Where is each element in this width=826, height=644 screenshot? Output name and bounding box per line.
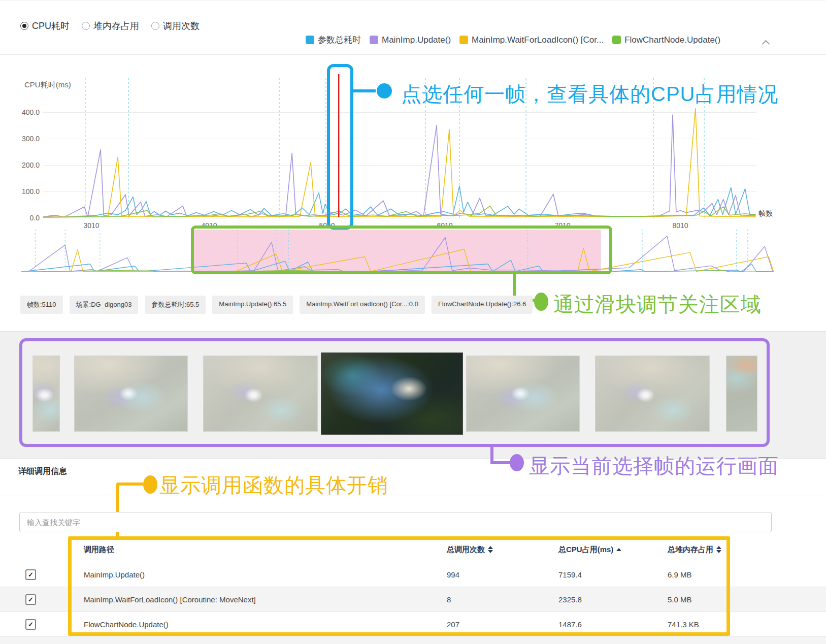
radio-circle-icon <box>151 22 159 30</box>
svg-text:100.0: 100.0 <box>22 187 40 196</box>
frame-info-badges: 帧数:5110 场景:DG_digong03 参数总耗时:65.5 MainIm… <box>20 296 533 314</box>
call-path-cell[interactable]: FlowChartNode.Update() <box>84 612 169 636</box>
annotation-connector <box>117 482 143 486</box>
svg-text:CPU耗时(ms): CPU耗时(ms) <box>24 80 71 89</box>
badge-flowchartnode: FlowChartNode.Update():26.6 <box>432 296 533 314</box>
annotation-dot <box>534 293 548 311</box>
call-path-cell[interactable]: MainImp.WaitForLoadIcon() [Coroutine: Mo… <box>84 587 256 611</box>
annotation-dot <box>377 83 392 99</box>
badge-scene: 场景:DG_digong03 <box>70 296 139 314</box>
call-path-cell[interactable]: MainImp.Update() <box>84 562 145 587</box>
annotation-dot <box>143 475 157 494</box>
selected-frame-highlight-box <box>327 64 353 230</box>
legend-item-total[interactable]: 参数总耗时 <box>306 34 361 46</box>
metric-radio-group: CPU耗时 堆内存占用 调用次数 <box>20 20 200 32</box>
legend-label: MainImp.Update() <box>382 35 451 45</box>
column-header-call-path[interactable]: 调用路径 <box>84 537 114 562</box>
row-checkbox[interactable]: ✓ <box>25 569 36 580</box>
badge-mainimp-update: MainImp.Update():65.5 <box>212 296 293 314</box>
column-header-total-cpu[interactable]: 总CPU占用(ms) <box>558 537 621 562</box>
legend-label: MainImp.WaitForLoadIcon() [Cor... <box>472 35 604 45</box>
cpu-cell: 2325.8 <box>558 587 582 611</box>
annotation-call-cost: 显示调用函数的具体开销 <box>159 471 388 499</box>
memory-cell: 6.9 MB <box>668 562 692 587</box>
cpu-cell: 1487.6 <box>558 612 582 636</box>
annotation-connector <box>490 461 511 464</box>
divider <box>0 496 826 496</box>
top-bar: CPU耗时 堆内存占用 调用次数 参数总耗时 MainImp.Update() <box>0 0 826 55</box>
legend-label: 参数总耗时 <box>318 34 361 46</box>
table-row-clipped: ✓ <box>0 636 826 644</box>
radio-circle-icon <box>20 22 28 30</box>
table-header-row: 调用路径 总调用次数 总CPU占用(ms) 总堆内存占用 <box>0 537 826 562</box>
column-header-total-calls[interactable]: 总调用次数 <box>447 537 493 562</box>
row-checkbox[interactable]: ✓ <box>25 594 36 605</box>
sort-icon[interactable] <box>716 546 721 553</box>
annotation-connector <box>352 89 376 92</box>
memory-cell: 5.0 MB <box>668 587 692 611</box>
details-section-title: 详细调用信息 <box>18 466 67 477</box>
badge-frame-number: 帧数:5110 <box>20 296 63 314</box>
annotation-slider: 通过滑块调节关注区域 <box>553 291 762 318</box>
calls-cell: 994 <box>447 562 459 587</box>
memory-cell: 741.3 KB <box>668 612 699 636</box>
annotation-select-frame: 点选任何一帧，查看具体的CPU占用情况 <box>401 80 778 108</box>
call-details-table: 调用路径 总调用次数 总CPU占用(ms) 总堆内存占用 ✓ MainImp.U… <box>0 537 826 644</box>
legend-item-mainimp-update[interactable]: MainImp.Update() <box>370 35 451 45</box>
filmstrip-highlight-box <box>19 338 770 447</box>
radio-label: CPU耗时 <box>32 20 70 32</box>
svg-text:0.0: 0.0 <box>30 214 40 222</box>
radio-label: 堆内存占用 <box>93 20 139 32</box>
radio-heap-memory[interactable]: 堆内存占用 <box>82 20 139 32</box>
legend-item-waitforloadicon[interactable]: MainImp.WaitForLoadIcon() [Cor... <box>459 35 604 45</box>
legend-swatch-purple-icon <box>370 36 378 44</box>
table-row: ✓ MainImp.WaitForLoadIcon() [Coroutine: … <box>0 587 826 611</box>
badge-waitforloadicon: MainImp.WaitForLoadIcon() [Cor...:0.0 <box>300 296 425 314</box>
table-row: ✓ MainImp.Update() 994 7159.4 6.9 MB <box>0 562 826 587</box>
badge-total-cost: 参数总耗时:65.5 <box>145 296 206 314</box>
svg-text:帧数: 帧数 <box>758 209 773 217</box>
radio-call-count[interactable]: 调用次数 <box>151 20 200 32</box>
calls-cell: 207 <box>447 612 459 636</box>
sort-asc-icon[interactable] <box>616 548 621 551</box>
radio-cpu-time[interactable]: CPU耗时 <box>20 20 70 32</box>
legend-swatch-green-icon <box>612 36 621 44</box>
profiler-page: CPU耗时 堆内存占用 调用次数 参数总耗时 MainImp.Update() <box>0 0 826 644</box>
cpu-cell: 7159.4 <box>558 562 582 587</box>
svg-text:300.0: 300.0 <box>22 135 40 143</box>
legend-label: FlowChartNode.Update() <box>624 35 720 45</box>
svg-text:400.0: 400.0 <box>22 108 40 116</box>
legend-item-flowchartnode[interactable]: FlowChartNode.Update() <box>612 35 720 45</box>
radio-label: 调用次数 <box>163 20 200 32</box>
radio-circle-icon <box>82 22 90 30</box>
chevron-up-icon[interactable] <box>763 41 769 47</box>
row-checkbox[interactable]: ✓ <box>25 619 36 630</box>
annotation-frame-preview: 显示当前选择帧的运行画面 <box>529 452 779 480</box>
search-input[interactable] <box>19 512 772 532</box>
legend-swatch-yellow-icon <box>459 36 468 44</box>
column-header-total-heap[interactable]: 总堆内存占用 <box>668 537 721 562</box>
legend-swatch-blue-icon <box>306 36 314 44</box>
annotation-dot <box>510 454 524 471</box>
table-row: ✓ FlowChartNode.Update() 207 1487.6 741.… <box>0 611 826 636</box>
sort-icon[interactable] <box>488 546 493 553</box>
chart-legend: 参数总耗时 MainImp.Update() MainImp.WaitForLo… <box>306 34 720 46</box>
calls-cell: 8 <box>447 587 451 611</box>
svg-text:200.0: 200.0 <box>22 161 40 169</box>
brush-selection-box[interactable] <box>191 226 612 274</box>
